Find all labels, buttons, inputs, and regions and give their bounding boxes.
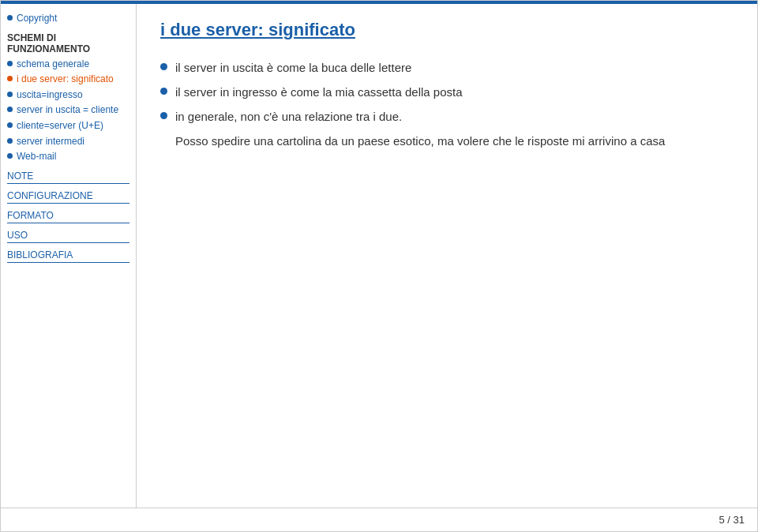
bullet-dot-2 — [160, 112, 167, 119]
sidebar-item-cliente-server-upe[interactable]: cliente=server (U+E) — [7, 119, 129, 133]
bullet-item-1: il server in ingresso è come la mia cass… — [160, 84, 734, 100]
bullet-dot — [7, 61, 13, 66]
sidebar-item-label: uscita=ingresso — [17, 89, 83, 102]
bullet-text-0: il server in uscita è come la buca delle… — [175, 59, 411, 76]
sidebar-section-bibliografia[interactable]: BIBLIOGRAFIA — [7, 249, 129, 263]
sidebar-item-web-mail[interactable]: Web-mail — [7, 150, 129, 164]
bullet-item-0: il server in uscita è come la buca delle… — [160, 59, 734, 76]
sidebar-item-copyright[interactable]: Copyright — [7, 12, 129, 26]
sidebar-item-schema-generale[interactable]: schema generale — [7, 58, 129, 72]
content-area: i due server: significato il server in u… — [137, 4, 757, 508]
sidebar-item-label: Web-mail — [17, 151, 56, 163]
sidebar-item-label: Copyright — [17, 13, 57, 25]
sidebar-section-note[interactable]: NOTE — [7, 170, 129, 184]
sidebar-section-configurazione[interactable]: CONFIGURAZIONE — [7, 190, 129, 204]
bullet-dot — [7, 76, 13, 81]
bullet-dot — [7, 92, 13, 97]
sidebar-item-label: i due server: significato — [17, 73, 114, 86]
sidebar-item-server-in-uscita-cliente[interactable]: server in uscita = cliente — [7, 103, 129, 118]
section-label-bibliografia: BIBLIOGRAFIA — [7, 249, 129, 262]
bullet-dot — [7, 15, 13, 21]
section-label-note: NOTE — [7, 170, 129, 183]
sidebar-item-server-intermedi[interactable]: server intermedi — [7, 135, 129, 149]
bullet-text-2: in generale, non c'è una relazione tra i… — [175, 108, 402, 125]
sidebar-section-formato[interactable]: FORMATO — [7, 210, 129, 223]
bullet-dot-0 — [160, 63, 167, 70]
sidebar-section-schemi-di-funzionamento[interactable]: SCHEMI DI FUNZIONAMENTO — [7, 31, 129, 56]
divider-configurazione — [7, 203, 129, 204]
bullet-dot — [7, 138, 13, 144]
sidebar-item-i-due-server-significato[interactable]: i due server: significato — [7, 73, 129, 87]
sidebar-item-label: server in uscita = cliente — [17, 104, 118, 117]
page-number: 5 / 31 — [719, 514, 745, 526]
section-label-uso: USO — [7, 230, 129, 242]
sidebar-item-uscita-ingresso[interactable]: uscita=ingresso — [7, 88, 129, 103]
bullet-dot — [7, 122, 13, 128]
divider-uso — [7, 242, 129, 243]
divider-bibliografia — [7, 262, 129, 263]
page-title: i due server: significato — [160, 20, 734, 40]
sidebar-section-uso[interactable]: USO — [7, 230, 129, 243]
sidebar: CopyrightSCHEMI DI FUNZIONAMENTOschema g… — [1, 4, 137, 508]
divider-formato — [7, 223, 129, 223]
bullet-item-2: in generale, non c'è una relazione tra i… — [160, 108, 734, 125]
sidebar-item-label: schema generale — [17, 58, 89, 71]
bullet-text-1: il server in ingresso è come la mia cass… — [175, 84, 463, 100]
main-container: CopyrightSCHEMI DI FUNZIONAMENTOschema g… — [1, 4, 757, 508]
bullet-dot-1 — [160, 88, 167, 95]
bottom-bar: 5 / 31 — [1, 508, 757, 531]
bullet-list: il server in uscita è come la buca delle… — [160, 59, 734, 125]
content-paragraph: Posso spedire una cartolina da un paese … — [160, 133, 734, 151]
sidebar-item-label: server intermedi — [17, 136, 84, 148]
sidebar-item-label: cliente=server (U+E) — [17, 120, 103, 133]
section-label-formato: FORMATO — [7, 210, 129, 223]
bullet-dot — [7, 107, 13, 112]
divider-note — [7, 183, 129, 184]
section-label-configurazione: CONFIGURAZIONE — [7, 190, 129, 203]
bullet-dot — [7, 153, 13, 159]
